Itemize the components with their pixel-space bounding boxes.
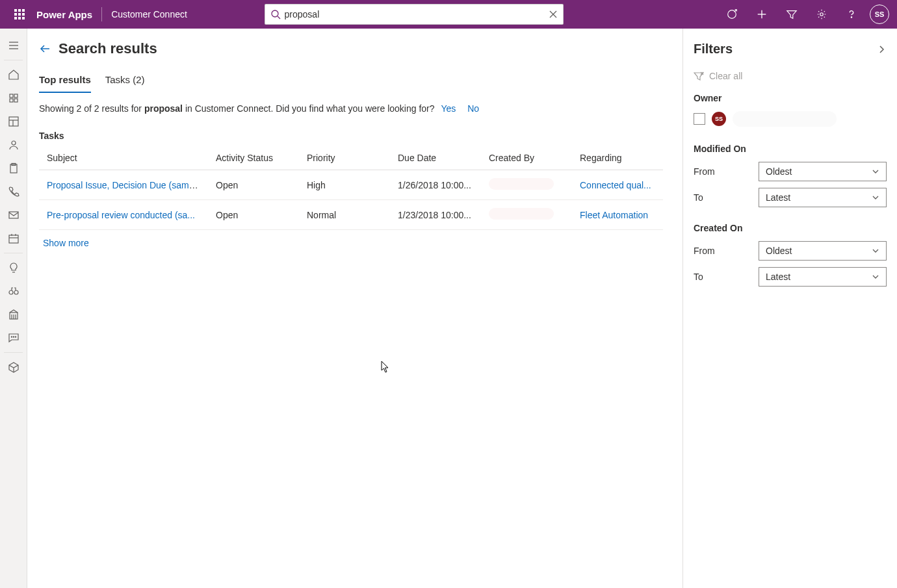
modified-from-label: From — [694, 166, 759, 177]
svg-point-36 — [11, 337, 12, 337]
cell-priority: Normal — [299, 200, 390, 230]
settings-icon[interactable] — [807, 0, 836, 29]
svg-point-38 — [15, 337, 16, 337]
filters-panel: Filters Clear all Owner SS Modified On — [682, 29, 897, 588]
feedback-no-link[interactable]: No — [467, 103, 479, 114]
lightbulb-icon[interactable] — [0, 256, 27, 279]
svg-point-31 — [14, 290, 18, 294]
col-subject[interactable]: Subject — [39, 146, 208, 170]
filters-title: Filters — [694, 42, 733, 57]
summary-suffix: in Customer Connect. Did you find what y… — [183, 103, 435, 114]
add-icon[interactable] — [748, 0, 776, 29]
modified-to-dropdown[interactable]: Latest — [759, 188, 887, 207]
result-summary: Showing 2 of 2 results for proposal in C… — [39, 103, 667, 114]
dashboard-icon[interactable] — [0, 110, 27, 133]
top-bar: Power Apps Customer Connect SS — [0, 0, 897, 29]
svg-point-0 — [272, 10, 278, 17]
table-row[interactable]: Proposal Issue, Decision Due (sampl... O… — [39, 170, 663, 200]
created-to-dropdown[interactable]: Latest — [759, 267, 887, 287]
owner-label: Owner — [694, 93, 887, 103]
clipboard-icon[interactable] — [0, 157, 27, 180]
binoculars-icon[interactable] — [0, 279, 27, 303]
header-divider — [101, 7, 102, 21]
svg-rect-17 — [14, 99, 18, 102]
cell-created-by — [481, 170, 572, 200]
search-input[interactable] — [281, 9, 549, 19]
table-row[interactable]: Pre-proposal review conducted (sa... Ope… — [39, 200, 663, 230]
svg-rect-24 — [9, 212, 18, 218]
modified-from-dropdown[interactable]: Oldest — [759, 162, 887, 181]
col-priority[interactable]: Priority — [299, 146, 390, 170]
col-activity-status[interactable]: Activity Status — [208, 146, 299, 170]
chevron-down-icon — [872, 194, 879, 201]
modified-to-label: To — [694, 192, 759, 203]
results-table: Subject Activity Status Priority Due Dat… — [39, 146, 663, 230]
phone-icon[interactable] — [0, 180, 27, 203]
feedback-yes-link[interactable]: Yes — [441, 103, 456, 114]
regarding-link[interactable]: Connected qual... — [580, 180, 651, 190]
show-more-link[interactable]: Show more — [39, 238, 89, 248]
package-icon[interactable] — [0, 355, 27, 379]
owner-checkbox[interactable] — [694, 113, 705, 125]
created-on-label: Created On — [694, 223, 887, 233]
cell-priority: High — [299, 170, 390, 200]
col-due-date[interactable]: Due Date — [390, 146, 481, 170]
building-icon[interactable] — [0, 303, 27, 326]
back-arrow-icon[interactable] — [39, 43, 51, 55]
section-title: Tasks — [39, 131, 667, 141]
clear-all-button[interactable]: Clear all — [694, 71, 887, 81]
col-created-by[interactable]: Created By — [481, 146, 572, 170]
tab-tasks[interactable]: Tasks (2) — [105, 70, 145, 93]
brand-label: Power Apps — [36, 9, 92, 20]
search-box[interactable] — [265, 4, 564, 25]
modified-to-value: Latest — [766, 192, 790, 203]
svg-line-1 — [278, 16, 280, 19]
subject-link[interactable]: Proposal Issue, Decision Due (sampl... — [47, 180, 203, 190]
tabs: Top results Tasks (2) — [39, 70, 667, 93]
svg-point-21 — [12, 141, 16, 145]
col-regarding[interactable]: Regarding — [572, 146, 663, 170]
modified-from-value: Oldest — [766, 166, 792, 177]
chat-icon[interactable] — [0, 326, 27, 350]
app-launcher-icon[interactable] — [5, 0, 34, 29]
owner-avatar-icon: SS — [712, 112, 726, 126]
created-from-dropdown[interactable]: Oldest — [759, 241, 887, 261]
cell-due: 1/23/2018 10:00... — [390, 200, 481, 230]
cell-status: Open — [208, 200, 299, 230]
left-nav — [0, 29, 27, 588]
summary-prefix: Showing 2 of 2 results for — [39, 103, 144, 114]
hamburger-icon[interactable] — [0, 34, 27, 57]
regarding-link[interactable]: Fleet Automation — [580, 210, 648, 220]
svg-rect-25 — [9, 235, 18, 243]
owner-name — [733, 111, 837, 127]
created-to-value: Latest — [766, 272, 790, 282]
modified-on-label: Modified On — [694, 144, 887, 154]
tab-top-results[interactable]: Top results — [39, 70, 91, 93]
collapse-panel-icon[interactable] — [876, 44, 887, 55]
svg-point-37 — [13, 337, 14, 337]
pinned-icon[interactable] — [0, 86, 27, 110]
user-avatar[interactable]: SS — [870, 5, 889, 24]
svg-rect-18 — [9, 117, 18, 126]
subject-link[interactable]: Pre-proposal review conducted (sa... — [47, 210, 195, 220]
content-area: Search results Top results Tasks (2) Sho… — [27, 29, 682, 588]
app-name-label: Customer Connect — [111, 9, 187, 19]
contact-icon[interactable] — [0, 133, 27, 157]
calendar-icon[interactable] — [0, 227, 27, 250]
svg-rect-16 — [10, 99, 13, 102]
created-from-label: From — [694, 246, 759, 256]
created-to-label: To — [694, 272, 759, 282]
filter-icon[interactable] — [777, 0, 806, 29]
mail-icon[interactable] — [0, 203, 27, 227]
home-icon[interactable] — [0, 63, 27, 86]
clear-all-label: Clear all — [709, 71, 742, 81]
svg-point-10 — [851, 17, 852, 18]
clear-search-icon[interactable] — [549, 10, 558, 19]
svg-rect-15 — [14, 94, 18, 97]
help-icon[interactable] — [837, 0, 866, 29]
cell-created-by — [481, 200, 572, 230]
target-icon[interactable] — [718, 0, 746, 29]
svg-point-9 — [820, 13, 824, 16]
cell-due: 1/26/2018 10:00... — [390, 170, 481, 200]
page-title: Search results — [58, 40, 157, 57]
